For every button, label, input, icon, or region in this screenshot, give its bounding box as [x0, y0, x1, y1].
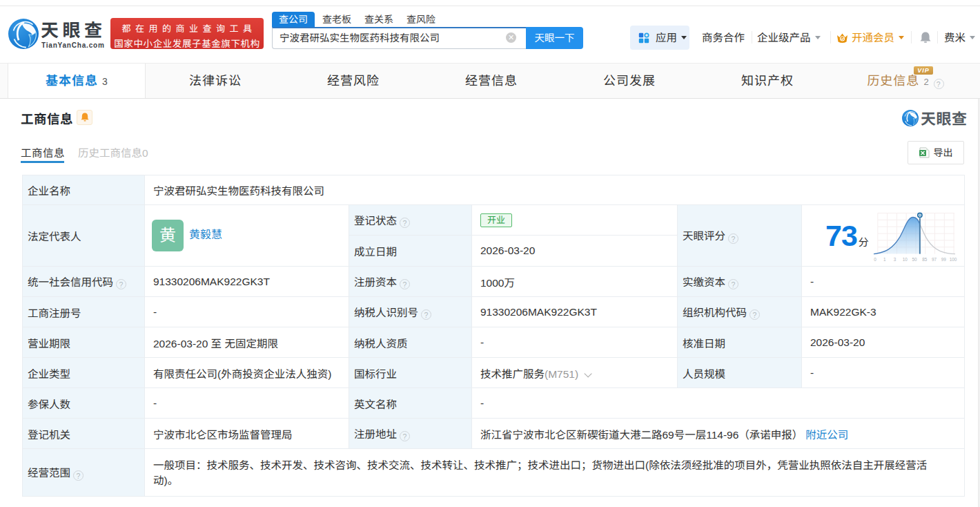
svg-text:99: 99 [941, 257, 947, 262]
svg-text:0: 0 [874, 257, 876, 262]
svg-text:50: 50 [912, 257, 917, 262]
svg-text:3: 3 [894, 257, 896, 262]
svg-text:85: 85 [922, 257, 928, 262]
svg-text:1: 1 [883, 257, 886, 262]
svg-text:10: 10 [903, 257, 908, 262]
svg-text:100: 100 [950, 257, 957, 262]
svg-text:97: 97 [932, 257, 937, 262]
